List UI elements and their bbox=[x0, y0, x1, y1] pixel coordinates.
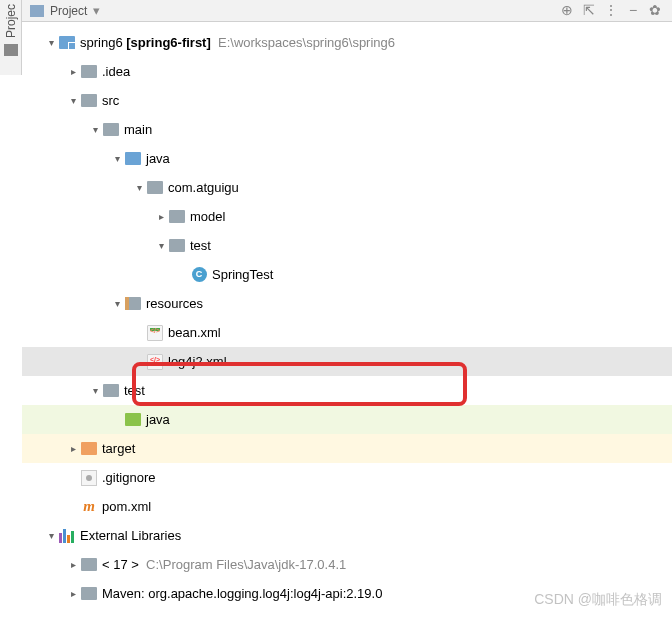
tree-external-libraries[interactable]: ▾ External Libraries bbox=[22, 521, 672, 550]
project-title: Project bbox=[50, 4, 87, 18]
chevron-down-icon[interactable]: ▾ bbox=[44, 37, 58, 48]
tree-idea[interactable]: ▸ .idea bbox=[22, 57, 672, 86]
tree-java-test[interactable]: ▸ java bbox=[22, 405, 672, 434]
chevron-right-icon[interactable]: ▸ bbox=[66, 443, 80, 454]
tree-test-pkg[interactable]: ▾ test bbox=[22, 231, 672, 260]
chevron-down-icon[interactable]: ▾ bbox=[88, 124, 102, 135]
folder-icon bbox=[4, 44, 18, 56]
folder-icon bbox=[80, 64, 98, 80]
project-icon bbox=[30, 5, 44, 17]
tree-root-name: spring6 bbox=[80, 35, 123, 50]
tree-test-dir[interactable]: ▾ test bbox=[22, 376, 672, 405]
chevron-down-icon[interactable]: ▾ bbox=[66, 95, 80, 106]
folder-icon bbox=[102, 122, 120, 138]
collapse-btn[interactable]: − bbox=[624, 2, 642, 20]
gear-icon[interactable]: ✿ bbox=[646, 2, 664, 20]
chevron-right-icon[interactable]: ▸ bbox=[66, 559, 80, 570]
tree-root[interactable]: ▾ spring6 [spring6-first] E:\workspaces\… bbox=[22, 28, 672, 57]
package-icon bbox=[168, 238, 186, 254]
toolbar-btn-1[interactable]: ⊕ bbox=[558, 2, 576, 20]
excluded-folder-icon bbox=[80, 441, 98, 457]
maven-icon: m bbox=[80, 499, 98, 515]
library-icon bbox=[58, 528, 76, 544]
git-file-icon bbox=[80, 470, 98, 486]
class-icon: C bbox=[190, 267, 208, 283]
chevron-down-icon[interactable]: ▾ bbox=[93, 3, 100, 18]
tree-src[interactable]: ▾ src bbox=[22, 86, 672, 115]
folder-icon bbox=[102, 383, 120, 399]
module-icon bbox=[58, 35, 76, 51]
tree-root-path: E:\workspaces\spring6\spring6 bbox=[218, 35, 395, 50]
folder-icon bbox=[80, 557, 98, 573]
tree-target[interactable]: ▸ target bbox=[22, 434, 672, 463]
tree-spring-test[interactable]: ▸ C SpringTest bbox=[22, 260, 672, 289]
chevron-down-icon[interactable]: ▾ bbox=[132, 182, 146, 193]
chevron-down-icon[interactable]: ▾ bbox=[154, 240, 168, 251]
tree-main[interactable]: ▾ main bbox=[22, 115, 672, 144]
chevron-right-icon[interactable]: ▸ bbox=[66, 588, 80, 599]
xml-file-icon bbox=[146, 354, 164, 370]
source-folder-icon bbox=[124, 151, 142, 167]
chevron-right-icon[interactable]: ▸ bbox=[66, 66, 80, 77]
toolbar-btn-2[interactable]: ⇱ bbox=[580, 2, 598, 20]
package-icon bbox=[146, 180, 164, 196]
project-sidebar-tab[interactable]: Projec bbox=[0, 0, 22, 75]
resources-folder-icon bbox=[124, 296, 142, 312]
folder-icon bbox=[80, 93, 98, 109]
toolbar-btn-3[interactable]: ⋮ bbox=[602, 2, 620, 20]
tree-java-main[interactable]: ▾ java bbox=[22, 144, 672, 173]
project-sidebar-label: Projec bbox=[4, 4, 18, 38]
chevron-down-icon[interactable]: ▾ bbox=[44, 530, 58, 541]
test-folder-icon bbox=[124, 412, 142, 428]
tree-jdk[interactable]: ▸ < 17 > C:\Program Files\Java\jdk-17.0.… bbox=[22, 550, 672, 579]
chevron-right-icon[interactable]: ▸ bbox=[154, 211, 168, 222]
chevron-down-icon[interactable]: ▾ bbox=[110, 153, 124, 164]
tree-package[interactable]: ▾ com.atguigu bbox=[22, 173, 672, 202]
tree-log4j2-xml[interactable]: ▸ log4j2.xml bbox=[22, 347, 672, 376]
xml-file-icon bbox=[146, 325, 164, 341]
tree-maven-lib[interactable]: ▸ Maven: org.apache.logging.log4j:log4j-… bbox=[22, 579, 672, 608]
tree-pom[interactable]: ▸ m pom.xml bbox=[22, 492, 672, 521]
folder-icon bbox=[80, 586, 98, 602]
package-icon bbox=[168, 209, 186, 225]
tree-resources[interactable]: ▾ resources bbox=[22, 289, 672, 318]
tree-bean-xml[interactable]: ▸ bean.xml bbox=[22, 318, 672, 347]
project-tree: ▾ spring6 [spring6-first] E:\workspaces\… bbox=[22, 22, 672, 627]
tree-model[interactable]: ▸ model bbox=[22, 202, 672, 231]
tree-gitignore[interactable]: ▸ .gitignore bbox=[22, 463, 672, 492]
chevron-down-icon[interactable]: ▾ bbox=[110, 298, 124, 309]
project-tool-header: Project ▾ ⊕ ⇱ ⋮ − ✿ bbox=[22, 0, 672, 22]
tree-root-module: [spring6-first] bbox=[126, 35, 211, 50]
chevron-down-icon[interactable]: ▾ bbox=[88, 385, 102, 396]
